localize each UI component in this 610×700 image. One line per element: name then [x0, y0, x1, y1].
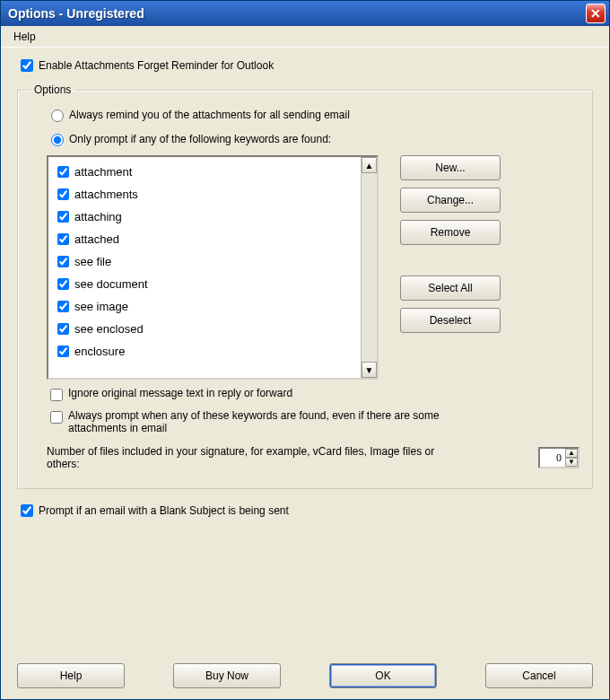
enable-reminder-checkbox[interactable]	[21, 59, 33, 72]
keyword-checkbox[interactable]	[57, 301, 69, 312]
keyword-label: attaching	[74, 210, 122, 223]
close-button[interactable]: ✕	[586, 4, 606, 23]
always-prompt-label: Always prompt when any of these keywords…	[68, 409, 499, 434]
chevron-down-icon: ▼	[365, 365, 374, 375]
menubar: Help	[1, 26, 609, 48]
list-item[interactable]: see enclosed	[50, 318, 359, 340]
spinner-buttons: ▲ ▼	[565, 449, 578, 467]
ignore-original-row[interactable]: Ignore original message text in reply or…	[47, 387, 580, 404]
radio-always[interactable]	[51, 109, 64, 122]
list-item[interactable]: attachment	[50, 161, 359, 183]
options-legend: Options	[30, 83, 74, 96]
enable-reminder-label: Enable Attachments Forget Reminder for O…	[39, 59, 274, 72]
radio-keywords[interactable]	[51, 134, 64, 146]
triangle-up-icon: ▲	[568, 449, 575, 457]
menu-help[interactable]: Help	[6, 29, 43, 45]
radio-always-row[interactable]: Always remind you of the attachments for…	[47, 107, 580, 122]
signature-spinner[interactable]: ▲ ▼	[538, 447, 580, 468]
blank-subject-label: Prompt if an email with a Blank Subject …	[39, 504, 289, 517]
keyword-checkbox[interactable]	[57, 166, 69, 178]
keyword-buttons: New... Change... Remove Select All Desel…	[400, 155, 501, 380]
buy-now-button[interactable]: Buy Now	[173, 663, 281, 688]
list-item[interactable]: attachments	[50, 183, 359, 206]
keyword-checkbox[interactable]	[57, 346, 69, 357]
signature-input[interactable]	[540, 451, 565, 465]
list-item[interactable]: attaching	[50, 206, 359, 228]
list-item[interactable]: see image	[50, 295, 359, 318]
radio-keywords-label: Only prompt if any of the following keyw…	[69, 133, 331, 145]
keyword-label: enclosure	[74, 345, 125, 358]
keyword-label: see document	[74, 277, 148, 291]
spin-down-button[interactable]: ▼	[565, 458, 578, 467]
blank-subject-checkbox[interactable]	[21, 504, 33, 517]
ignore-original-checkbox[interactable]	[50, 389, 63, 401]
options-group: Options Always remind you of the attachm…	[17, 83, 593, 489]
list-item[interactable]: enclosure	[50, 340, 359, 363]
options-window: Options - Unregistered ✕ Help Enable Att…	[0, 0, 610, 700]
keyword-checkbox[interactable]	[57, 188, 69, 200]
keyword-area: attachmentattachmentsattachingattachedse…	[47, 155, 580, 380]
keyword-checkbox[interactable]	[57, 278, 69, 290]
list-item[interactable]: attached	[50, 228, 359, 250]
scroll-up-button[interactable]: ▲	[362, 157, 377, 173]
close-icon: ✕	[590, 6, 601, 21]
keyword-label: attached	[74, 232, 119, 246]
change-button[interactable]: Change...	[400, 188, 501, 213]
keyword-checkbox[interactable]	[57, 323, 69, 335]
spin-up-button[interactable]: ▲	[565, 449, 578, 458]
deselect-button[interactable]: Deselect	[400, 308, 501, 333]
signature-label: Number of files included in your signatu…	[47, 445, 441, 470]
ok-button[interactable]: OK	[329, 663, 437, 688]
keyword-checkbox[interactable]	[57, 256, 69, 267]
remove-button[interactable]: Remove	[400, 220, 501, 245]
ignore-original-label: Ignore original message text in reply or…	[68, 387, 292, 399]
client-area: Enable Attachments Forget Reminder for O…	[1, 48, 609, 699]
keyword-label: attachments	[74, 188, 138, 201]
window-title: Options - Unregistered	[8, 6, 144, 21]
keyword-listbox[interactable]: attachmentattachmentsattachingattachedse…	[47, 155, 379, 380]
keyword-label: see enclosed	[74, 322, 144, 336]
cancel-button[interactable]: Cancel	[485, 663, 593, 688]
new-button[interactable]: New...	[400, 155, 501, 180]
scrollbar[interactable]: ▲ ▼	[361, 157, 377, 378]
scroll-down-button[interactable]: ▼	[362, 362, 377, 378]
titlebar: Options - Unregistered ✕	[1, 1, 609, 26]
select-all-button[interactable]: Select All	[400, 276, 501, 301]
always-prompt-checkbox[interactable]	[50, 411, 63, 424]
help-button[interactable]: Help	[17, 663, 125, 688]
triangle-down-icon: ▼	[568, 458, 575, 466]
dialog-buttons: Help Buy Now OK Cancel	[17, 656, 593, 688]
keyword-list-inner: attachmentattachmentsattachingattachedse…	[48, 157, 361, 378]
radio-keywords-row[interactable]: Only prompt if any of the following keyw…	[47, 131, 580, 146]
enable-reminder-row[interactable]: Enable Attachments Forget Reminder for O…	[17, 57, 593, 74]
chevron-up-icon: ▲	[365, 161, 374, 171]
keyword-checkbox[interactable]	[57, 211, 69, 223]
keyword-checkbox[interactable]	[57, 233, 69, 245]
signature-row: Number of files included in your signatu…	[47, 445, 580, 470]
keyword-label: see file	[74, 255, 111, 268]
radio-always-label: Always remind you of the attachments for…	[69, 109, 350, 121]
list-item[interactable]: see file	[50, 250, 359, 273]
keyword-label: see image	[74, 300, 128, 313]
keyword-label: attachment	[74, 165, 132, 179]
list-item[interactable]: see document	[50, 273, 359, 295]
blank-subject-row[interactable]: Prompt if an email with a Blank Subject …	[17, 502, 593, 520]
always-prompt-row[interactable]: Always prompt when any of these keywords…	[47, 409, 580, 434]
